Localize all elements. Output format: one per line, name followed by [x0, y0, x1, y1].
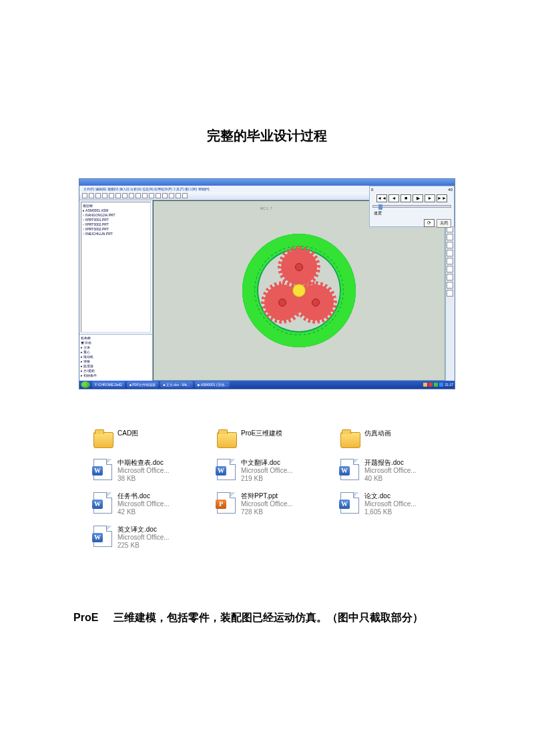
player-end-value: 40 [448, 188, 453, 192]
file-item[interactable]: P答辩PPT.pptMicrosoft Office...728 KB [217, 492, 334, 516]
speed-label: 速度 [374, 210, 382, 216]
file-item[interactable]: W中文翻译.docMicrosoft Office...219 KB [217, 459, 334, 483]
speed-slider[interactable] [372, 205, 451, 208]
word-icon: W [217, 459, 237, 479]
tray-icon [439, 383, 443, 387]
step-back-button[interactable]: ◄ [388, 194, 399, 202]
file-name: 英文译文.doc [117, 526, 170, 534]
file-size-meta: 38 KB [117, 475, 170, 483]
tool-icon [142, 193, 148, 198]
powerpoint-icon: P [217, 492, 237, 512]
file-size-meta: 219 KB [241, 475, 293, 483]
folder-icon [93, 429, 113, 449]
taskbar-item[interactable]: ■ PDF文件阅读器 [127, 381, 158, 388]
folder-icon [340, 429, 360, 449]
taskbar-clock: 21:17 [445, 383, 453, 387]
word-icon: W [93, 492, 113, 512]
slider-knob[interactable] [378, 204, 382, 210]
file-name: 开题报告.doc [364, 459, 417, 467]
file-type-meta: Microsoft Office... [364, 500, 417, 508]
proe-titlebar [79, 179, 455, 186]
file-item[interactable]: W论文.docMicrosoft Office...1,605 KB [340, 492, 457, 516]
side-tool-icon [447, 250, 453, 256]
file-name: 任务书.doc [117, 492, 170, 500]
tree-item: ▫ XPRT0002.PRT [83, 227, 149, 232]
side-tool-icon [447, 234, 453, 240]
folder-item[interactable]: CAD图 [93, 429, 210, 449]
side-tool-icon [447, 258, 453, 264]
side-tool-icon [447, 290, 453, 297]
taskbar-item[interactable]: ■ 正文.doc - Mic... [160, 381, 192, 388]
prev-frame-button[interactable]: ◄◄ [376, 194, 387, 202]
tree-title: 模型树 [83, 204, 149, 208]
file-label: 开题报告.docMicrosoft Office...40 KB [364, 459, 417, 483]
tool-icon [122, 193, 127, 198]
start-button[interactable] [81, 381, 90, 388]
mechanism-tree: 机构树 ▣ 目标 ▸ 主体 ▸ 重心 ▸ 电动机 ▸ 弹簧 ▸ 阻尼器 ▸ 力/… [79, 334, 152, 381]
mech-item: ▸ 弹簧 [81, 359, 151, 364]
page-title: 完整的毕业设计过程 [0, 0, 534, 165]
tool-icon [95, 193, 101, 198]
file-item[interactable]: W英文译文.docMicrosoft Office...225 KB [93, 526, 210, 550]
proe-screenshot: 文件(F) 编辑(E) 视图(V) 插入(I) 分析(A) 信息(N) 应用程序… [79, 178, 455, 389]
tree-item: ▫ XIANGONGJIA.PRT [83, 213, 149, 218]
ring-gear [242, 234, 356, 347]
file-size-meta: 42 KB [117, 508, 170, 516]
planet-hub [295, 263, 303, 271]
tree-item: ▫ XNEICHILUN.PRT [83, 232, 149, 236]
next-frame-button[interactable]: ►► [437, 194, 447, 202]
word-icon: W [340, 459, 360, 479]
animation-player: 0 40 ◄◄ ◄ ■ ▶ ► ►► 速度 ⟳ 关闭 [369, 186, 455, 227]
tool-icon [136, 193, 141, 198]
play-button[interactable]: ▶ [413, 194, 423, 202]
model-tree: 模型树 ▸ ASM0001.ASM ▫ XIANGONGJIA.PRT ▫ XP… [81, 202, 151, 333]
close-button[interactable]: 关闭 [437, 219, 451, 228]
loop-icon[interactable]: ⟳ [424, 219, 435, 227]
file-item[interactable]: W任务书.docMicrosoft Office...42 KB [93, 492, 210, 516]
mech-item: ▸ 电动机 [81, 355, 151, 359]
mech-item: ▸ 力/扭矩 [81, 369, 151, 373]
file-type-meta: Microsoft Office... [241, 467, 293, 475]
file-name: 中文翻译.doc [241, 459, 293, 467]
tool-icon [182, 193, 188, 198]
file-label: 中文翻译.docMicrosoft Office...219 KB [241, 459, 293, 483]
tool-icon [102, 193, 107, 198]
file-name: 仿真动画 [364, 429, 391, 437]
tool-icon [89, 193, 94, 198]
mech-title: 机构树 [81, 336, 151, 341]
folder-item[interactable]: 仿真动画 [340, 429, 457, 449]
tree-item: ▫ XPRT0001.PRT [83, 218, 149, 222]
file-size-meta: 728 KB [241, 508, 293, 516]
step-fwd-button[interactable]: ► [425, 194, 435, 202]
mech-item: ▸ 阻尼器 [81, 364, 151, 369]
side-tool-icon [447, 274, 453, 280]
file-name: CAD图 [117, 429, 138, 437]
side-tool-icon [447, 266, 453, 272]
file-label: CAD图 [117, 429, 138, 437]
file-item[interactable]: W中期检查表.docMicrosoft Office...38 KB [93, 459, 210, 483]
system-tray: 21:17 [423, 383, 453, 387]
folder-item[interactable]: ProE三维建模 [217, 429, 334, 449]
word-icon: W [93, 459, 113, 479]
file-label: 答辩PPT.pptMicrosoft Office...728 KB [241, 492, 293, 516]
sun-gear [292, 284, 306, 297]
windows-taskbar: F:\CHROME.Dell2 ■ PDF文件阅读器 ■ 正文.doc - Mi… [79, 381, 455, 389]
side-tool-icon [447, 282, 453, 289]
body-paragraph: ProE三维建模，包括零件，装配图已经运动仿真。（图中只截取部分） [73, 610, 461, 626]
mech-item: ▸ 重心 [81, 350, 151, 355]
file-item[interactable]: W开题报告.docMicrosoft Office...40 KB [340, 459, 457, 483]
tree-item: ▫ XPRT0002.PRT [83, 222, 149, 227]
tray-icon [429, 383, 433, 387]
tool-icon [162, 193, 168, 198]
planet-hub [278, 299, 286, 307]
body-text-rest: 三维建模，包括零件，装配图已经运动仿真。（图中只截取部分） [113, 612, 423, 623]
file-name: 中期检查表.doc [117, 459, 170, 467]
stop-button[interactable]: ■ [400, 194, 411, 202]
planet-gear-1 [281, 249, 317, 285]
taskbar-item[interactable]: ▶ ASM0001 (活动... [195, 381, 230, 388]
file-type-meta: Microsoft Office... [117, 467, 170, 475]
file-name: 论文.doc [364, 492, 417, 500]
body-text-proe: ProE [73, 612, 98, 623]
taskbar-item[interactable]: F:\CHROME.Dell2 [92, 381, 125, 388]
player-start-value: 0 [371, 188, 373, 192]
